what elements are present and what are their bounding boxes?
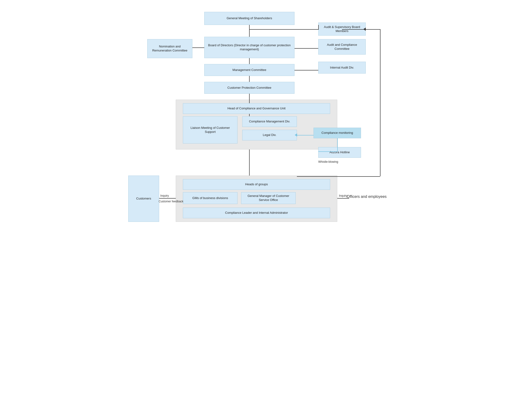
line-head-to-subs [249,114,250,116]
legal-div-box: Legal Div. [242,130,297,140]
aozora-hotline-box: Aozora Hotline [318,147,361,158]
customers-box: Customers [128,176,159,222]
line-gm-to-board [249,25,250,37]
line-board-to-nomination [192,47,204,48]
liaison-meeting-box: Liaison Meeting of Customer Support [183,116,238,144]
nomination-box: Nomination and Remuneration Committee [147,39,192,58]
line-customers-to-section [159,198,176,199]
line-right-top [342,29,380,30]
whistle-blowing-label: Whistle-blowing [318,160,338,164]
arrow-to-legal [295,133,297,137]
line-custprot-to-section [249,94,250,103]
officers-employees-label: Officers and employees [347,195,387,199]
line-mgmt-to-custprot [249,76,250,82]
customer-protection-box: Customer Protection Committee [204,82,294,94]
diagram: General Meeting of Shareholders Audit & … [124,5,408,218]
line-section-to-officers [337,198,349,199]
line-mgmt-to-internal [294,70,318,71]
line-light-horiz-aozora [318,151,337,152]
line-to-audit-sup [318,25,319,30]
compliance-leader-box: Compliance Leader and Internal Administr… [183,208,330,218]
gms-business-box: GMs of business divisions [183,192,238,204]
internal-audit-box: Internal Audit Div. [318,62,366,73]
line-board-to-audit-comp [294,48,318,49]
general-meeting-box: General Meeting of Shareholders [204,12,294,25]
management-committee-box: Management Committee [204,64,294,76]
general-manager-cs-box: General Manager of Customer Service Offi… [241,192,296,204]
line-board-to-mgmt [249,58,250,64]
compliance-monitoring-box: Compliance monitoring [314,128,361,138]
customer-feedback-label: Customer feedback [159,200,183,203]
audit-compliance-box: Audit and Compliance Committee [318,39,366,55]
line-right-bottom [297,176,380,177]
heads-groups-box: Heads of groups [183,179,330,190]
line-section-to-lower [249,149,250,176]
board-directors-box: Board of Directors (Director in charge o… [204,37,294,58]
line-light-vert [337,138,338,151]
inquiry1-label: Inquiry [160,194,169,197]
line-right-main [380,29,380,176]
head-compliance-box: Head of Compliance and Governance Unit [183,103,330,114]
line-light-legal-to-monitor [297,135,314,136]
line-gm-to-audit-sup [249,29,318,30]
inquiry2-label: Inquiry [339,194,347,197]
compliance-mgmt-box: Compliance Management Div. [242,116,297,127]
arrow-to-audit-sup [363,27,366,31]
